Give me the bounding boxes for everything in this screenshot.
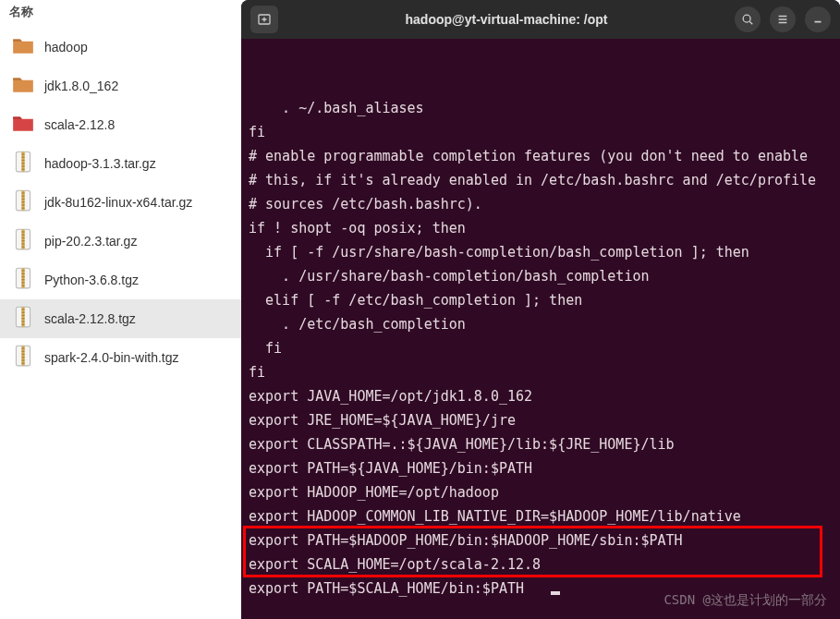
terminal-line: export PATH=$HADOOP_HOME/bin:$HADOOP_HOM… xyxy=(249,528,833,552)
file-item[interactable]: jdk-8u162-linux-x64.tar.gz xyxy=(0,183,241,222)
terminal-line: export JAVA_HOME=/opt/jdk1.8.0_162 xyxy=(249,384,833,408)
svg-rect-4 xyxy=(21,160,24,161)
archive-icon xyxy=(11,150,35,177)
file-item[interactable]: scala-2.12.8.tgz xyxy=(0,299,241,338)
svg-rect-19 xyxy=(21,235,24,236)
minimize-button[interactable] xyxy=(805,6,831,32)
archive-icon xyxy=(11,305,35,333)
terminal-lines: . ~/.bash_aliasesfi# enable programmable… xyxy=(249,96,833,601)
svg-rect-5 xyxy=(21,163,24,164)
svg-rect-15 xyxy=(21,208,24,209)
terminal-line: . /usr/share/bash-completion/bash_comple… xyxy=(249,264,833,288)
file-label: pip-20.2.3.tar.gz xyxy=(44,234,137,249)
terminal-window: hadoop@yt-virtual-machine: /opt . ~/.bas… xyxy=(241,0,840,619)
terminal-line: export CLASSPATH=.:${JAVA_HOME}/lib:${JR… xyxy=(249,432,833,456)
file-list: hadoopjdk1.8.0_162scala-2.12.8hadoop-3.1… xyxy=(0,24,241,381)
folder-icon xyxy=(11,111,35,139)
svg-rect-7 xyxy=(21,169,24,170)
folder-icon xyxy=(11,33,35,61)
svg-line-52 xyxy=(749,21,752,24)
svg-rect-10 xyxy=(21,192,24,193)
svg-rect-37 xyxy=(21,318,24,319)
archive-icon xyxy=(11,266,35,294)
svg-rect-34 xyxy=(21,309,24,310)
file-item[interactable]: scala-2.12.8 xyxy=(0,105,241,144)
svg-rect-36 xyxy=(21,315,24,316)
file-item[interactable]: hadoop xyxy=(0,28,241,67)
svg-rect-20 xyxy=(21,237,24,238)
terminal-content[interactable]: . ~/.bash_aliasesfi# enable programmable… xyxy=(241,39,840,619)
svg-rect-14 xyxy=(21,204,24,205)
file-panel-header: 名称 xyxy=(0,0,241,24)
terminal-line: export SCALA_HOME=/opt/scala-2.12.8 xyxy=(249,552,833,577)
svg-rect-46 xyxy=(21,359,24,360)
file-item[interactable]: hadoop-3.1.3.tar.gz xyxy=(0,144,241,183)
folder-icon xyxy=(11,72,35,100)
file-item[interactable]: Python-3.6.8.tgz xyxy=(0,261,241,299)
svg-rect-43 xyxy=(21,351,24,352)
terminal-line: export PATH=${JAVA_HOME}/bin:$PATH xyxy=(249,456,833,480)
svg-rect-27 xyxy=(21,273,24,274)
terminal-line: # enable programmable completion feature… xyxy=(249,144,833,168)
svg-point-51 xyxy=(743,15,750,22)
file-item[interactable]: jdk1.8.0_162 xyxy=(0,67,241,105)
svg-rect-47 xyxy=(21,363,24,364)
svg-rect-12 xyxy=(21,199,24,200)
svg-rect-2 xyxy=(21,153,24,154)
file-label: hadoop-3.1.3.tar.gz xyxy=(44,156,156,171)
svg-rect-39 xyxy=(21,324,24,325)
search-button[interactable] xyxy=(735,6,761,32)
terminal-line: elif [ -f /etc/bash_completion ]; then xyxy=(249,288,833,312)
svg-rect-6 xyxy=(21,165,24,166)
svg-rect-35 xyxy=(21,312,24,313)
terminal-line: . /etc/bash_completion xyxy=(249,312,833,336)
terminal-line: fi xyxy=(249,336,833,360)
terminal-title: hadoop@yt-virtual-machine: /opt xyxy=(406,12,608,27)
file-item[interactable]: pip-20.2.3.tar.gz xyxy=(0,222,241,261)
svg-rect-26 xyxy=(21,270,24,271)
file-label: scala-2.12.8 xyxy=(44,117,115,132)
new-tab-button[interactable] xyxy=(250,6,278,33)
terminal-line: # sources /etc/bash.bashrc). xyxy=(249,192,833,216)
menu-button[interactable] xyxy=(770,6,796,32)
svg-rect-44 xyxy=(21,354,24,355)
svg-rect-21 xyxy=(21,240,24,241)
svg-rect-13 xyxy=(21,201,24,202)
file-item[interactable]: spark-2.4.0-bin-with.tgz xyxy=(0,338,241,377)
watermark: CSDN @这也是计划的一部分 xyxy=(663,588,827,612)
terminal-line: if [ -f /usr/share/bash-completion/bash_… xyxy=(249,240,833,264)
file-label: hadoop xyxy=(44,40,88,55)
file-label: jdk1.8.0_162 xyxy=(44,79,118,93)
file-label: Python-3.6.8.tgz xyxy=(44,273,139,287)
svg-rect-3 xyxy=(21,157,24,158)
file-label: jdk-8u162-linux-x64.tar.gz xyxy=(44,195,192,210)
archive-icon xyxy=(11,227,35,255)
svg-rect-31 xyxy=(21,285,24,286)
svg-rect-18 xyxy=(21,231,24,232)
terminal-line: export JRE_HOME=${JAVA_HOME}/jre xyxy=(249,408,833,432)
terminal-line: # this, if it's already enabled in /etc/… xyxy=(249,168,833,192)
svg-rect-22 xyxy=(21,243,24,244)
file-label: scala-2.12.8.tgz xyxy=(44,311,136,326)
svg-rect-42 xyxy=(21,347,24,348)
svg-rect-38 xyxy=(21,321,24,322)
archive-icon xyxy=(11,344,35,371)
archive-icon xyxy=(11,188,35,216)
terminal-line: . ~/.bash_aliases xyxy=(249,96,833,120)
terminal-titlebar: hadoop@yt-virtual-machine: /opt xyxy=(241,0,840,39)
svg-rect-11 xyxy=(21,196,24,197)
file-label: spark-2.4.0-bin-with.tgz xyxy=(44,350,179,365)
svg-rect-45 xyxy=(21,357,24,358)
svg-rect-29 xyxy=(21,279,24,280)
terminal-line: export HADOOP_HOME=/opt/hadoop xyxy=(249,480,833,504)
svg-rect-28 xyxy=(21,276,24,277)
terminal-line: if ! shopt -oq posix; then xyxy=(249,216,833,240)
terminal-line: export HADOOP_COMMON_LIB_NATIVE_DIR=$HAD… xyxy=(249,504,833,528)
cursor xyxy=(551,591,560,595)
svg-rect-23 xyxy=(21,247,24,248)
terminal-line: fi xyxy=(249,120,833,144)
file-panel: 名称 hadoopjdk1.8.0_162scala-2.12.8hadoop-… xyxy=(0,0,241,619)
terminal-line: fi xyxy=(249,360,833,384)
svg-rect-30 xyxy=(21,282,24,283)
